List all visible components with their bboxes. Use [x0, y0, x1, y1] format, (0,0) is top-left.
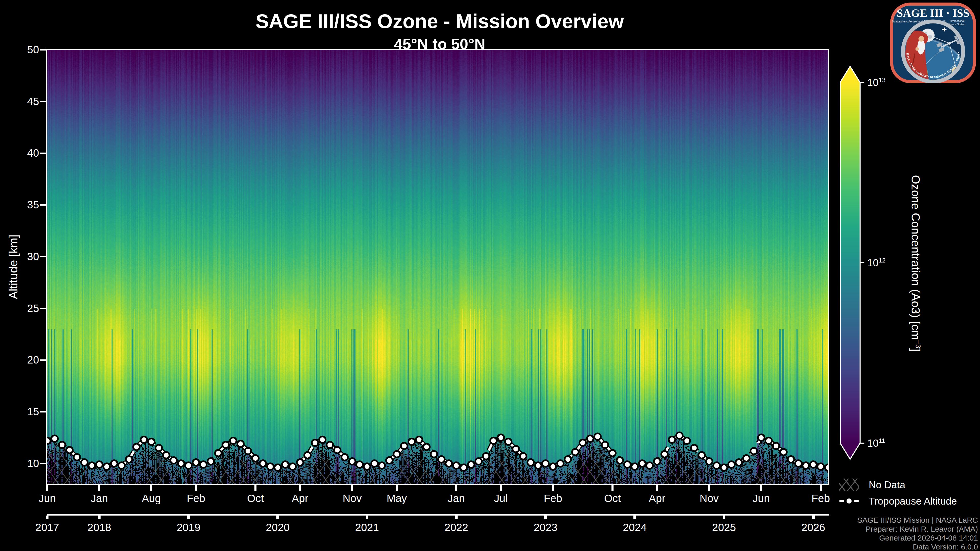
month-tick-label: Feb	[187, 492, 205, 505]
colorbar	[835, 60, 870, 468]
attribution-line: Data Version: 6.0.0	[857, 542, 978, 551]
month-tick-mark	[656, 485, 658, 491]
month-tick-label: May	[387, 492, 407, 505]
y-tick-mark	[40, 152, 47, 154]
colorbar-label-text: Ozone Concentration (Ao3) [cm	[909, 175, 922, 340]
year-tick-label: 2026	[801, 521, 825, 534]
month-tick-mark	[396, 485, 398, 491]
patch-title: SAGE III · ISS	[897, 7, 969, 19]
month-tick-mark	[708, 485, 710, 491]
month-tick-mark	[195, 485, 197, 491]
y-tick-label: 10	[2, 457, 39, 470]
legend-label-no-data: No Data	[869, 479, 905, 491]
year-tick-mark	[455, 516, 458, 519]
year-axis-line	[47, 514, 829, 516]
month-tick-label: Feb	[544, 492, 562, 505]
month-tick-label: Apr	[649, 492, 665, 505]
month-tick-label: Nov	[342, 492, 362, 505]
year-tick-mark	[187, 516, 190, 519]
y-tick-label: 30	[2, 251, 39, 263]
month-tick-label: Oct	[247, 492, 264, 505]
y-axis-label: Altitude [km]	[6, 234, 20, 299]
month-tick-mark	[552, 485, 554, 491]
month-tick-mark	[150, 485, 152, 491]
year-tick-mark	[366, 516, 368, 519]
year-tick-mark	[812, 516, 815, 519]
colorbar-label-close: ]	[909, 348, 922, 351]
month-tick-label: Oct	[604, 492, 620, 505]
page-title: SAGE III/ISS Ozone - Mission Overview	[256, 10, 624, 33]
legend-label-tropopause: Tropopause Altitude	[869, 495, 957, 507]
month-tick-mark	[455, 485, 457, 491]
attribution-line: Generated 2026-04-08 14:01	[857, 534, 978, 542]
year-tick-mark	[98, 516, 100, 519]
month-tick-mark	[500, 485, 502, 491]
year-tick-label: 2023	[534, 521, 557, 534]
month-tick-label: Jun	[752, 492, 770, 505]
month-tick-mark	[611, 485, 614, 491]
figure-root: SAGE III/ISS Ozone - Mission Overview 45…	[0, 0, 980, 551]
y-tick-mark	[40, 359, 47, 361]
year-tick-label: 2022	[444, 521, 468, 534]
month-tick-label: Jan	[448, 492, 465, 505]
attribution-line: Preparer: Kevin R. Leavor (AMA)	[857, 524, 978, 534]
y-tick-mark	[40, 308, 47, 309]
tropopause-line-icon	[839, 495, 859, 508]
month-tick-mark	[299, 485, 301, 491]
month-tick-label: Nov	[700, 492, 719, 505]
y-tick-mark	[40, 411, 47, 413]
year-tick-mark	[277, 516, 279, 519]
y-tick-mark	[40, 204, 47, 206]
y-tick-label: 40	[2, 147, 39, 159]
year-tick-label: 2018	[87, 521, 111, 534]
y-tick-label: 20	[2, 354, 39, 366]
y-tick-label: 15	[2, 406, 39, 418]
legend-item-tropopause: Tropopause Altitude	[839, 495, 957, 508]
month-tick-mark	[820, 485, 822, 491]
month-tick-mark	[351, 485, 353, 491]
y-tick-mark	[40, 49, 47, 51]
year-tick-label: 2019	[177, 521, 200, 534]
patch-subtitle-right-1: International	[950, 19, 964, 22]
y-tick-label: 35	[2, 199, 39, 211]
month-tick-mark	[760, 485, 762, 491]
year-tick-label: 2024	[623, 521, 647, 534]
year-tick-mark	[544, 516, 547, 519]
year-tick-mark	[46, 516, 48, 519]
month-tick-label: Aug	[142, 492, 161, 505]
month-tick-mark	[255, 485, 256, 491]
heatmap-plot-area	[47, 50, 828, 484]
month-tick-label: Jun	[38, 492, 56, 505]
month-tick-label: Feb	[811, 492, 830, 505]
month-tick-label: Apr	[292, 492, 308, 505]
month-tick-mark	[46, 485, 48, 491]
year-tick-label: 2025	[712, 521, 736, 534]
year-tick-label: 2021	[355, 521, 379, 534]
y-tick-mark	[40, 101, 47, 102]
y-tick-label: 25	[2, 302, 39, 314]
colorbar-gradient-bar	[840, 66, 860, 459]
ozone-heatmap-canvas	[47, 50, 828, 484]
sage-iii-iss-mission-patch-logo: SAGE III · ISS Stratospheric Aerosol and…	[890, 3, 976, 83]
year-tick-label: 2020	[266, 521, 290, 534]
y-tick-label: 50	[2, 44, 39, 56]
y-tick-mark	[40, 463, 47, 464]
y-tick-label: 45	[2, 95, 39, 108]
year-tick-label: 2017	[35, 521, 59, 534]
year-tick-mark	[723, 516, 725, 519]
month-tick-mark	[98, 485, 100, 491]
colorbar-label-exponent: −3	[914, 340, 922, 348]
attribution-block: SAGE III/ISS Mission | NASA LaRC Prepare…	[857, 516, 978, 551]
legend-item-no-data: No Data	[839, 478, 905, 491]
no-data-hatch-icon	[839, 478, 859, 491]
year-tick-mark	[633, 516, 636, 519]
colorbar-label: Ozone Concentration (Ao3) [cm−3]	[909, 175, 923, 351]
y-tick-mark	[40, 256, 47, 257]
attribution-line: SAGE III/ISS Mission | NASA LaRC	[857, 516, 978, 524]
month-tick-label: Jan	[91, 492, 108, 505]
month-tick-label: Jul	[494, 492, 508, 505]
